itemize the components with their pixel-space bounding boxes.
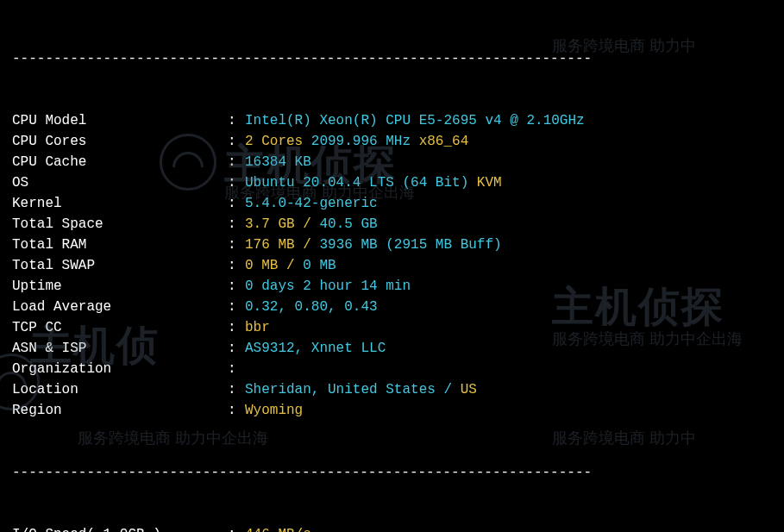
info-line: Kernel : 5.4.0-42-generic — [12, 193, 772, 214]
value-segment: 40.5 GB — [319, 216, 377, 232]
value-segment: 0 days 2 hour 14 min — [245, 279, 411, 294]
info-line: CPU Cores : 2 Cores 2099.996 MHz x86_64 — [12, 131, 772, 152]
colon-separator: : — [228, 110, 245, 131]
info-line: CPU Model : Intel(R) Xeon(R) CPU E5-2695… — [12, 110, 772, 131]
info-value: 176 MB / 3936 MB (2915 MB Buff) — [245, 235, 772, 255]
value-segment: bbr — [245, 320, 270, 335]
value-segment: AS9312, Xnnet LLC — [245, 341, 386, 356]
colon-separator: : — [228, 235, 245, 255]
info-value: 3.7 GB / 40.5 GB — [245, 214, 772, 235]
colon-separator: : — [228, 172, 245, 193]
info-line: Region : Wyoming — [12, 400, 772, 421]
value-segment: Ubuntu 20.04.4 LTS (64 Bit) — [245, 175, 477, 191]
info-label: CPU Cores — [12, 131, 228, 152]
value-segment: 2099.996 MHz — [311, 134, 419, 149]
value-segment: Wyoming — [245, 403, 303, 418]
info-label: I/O Speed( 1.0GB ) — [12, 524, 228, 532]
info-line: Location : Sheridan, United States / US — [12, 379, 772, 400]
colon-separator: : — [228, 276, 245, 297]
colon-separator: : — [228, 297, 245, 317]
info-label: CPU Model — [12, 110, 228, 131]
divider: ----------------------------------------… — [12, 462, 772, 483]
colon-separator: : — [228, 255, 245, 276]
info-label: Uptime — [12, 276, 228, 297]
info-line: OS : Ubuntu 20.04.4 LTS (64 Bit) KVM — [12, 172, 772, 193]
value-segment: 0 MB — [303, 258, 336, 273]
colon-separator: : — [228, 214, 245, 235]
value-segment: 0 MB / — [245, 258, 303, 273]
value-segment: 16384 KB — [245, 154, 311, 170]
info-value: 16384 KB — [245, 152, 772, 172]
value-segment: KVM — [477, 175, 502, 191]
info-label: Total Space — [12, 214, 228, 235]
value-segment: 3.7 GB / — [245, 216, 319, 232]
info-value: 0 MB / 0 MB — [245, 255, 772, 276]
value-segment: 5.4.0-42-generic — [245, 196, 378, 211]
info-line: CPU Cache : 16384 KB — [12, 152, 772, 172]
info-value: 0.32, 0.80, 0.43 — [245, 297, 772, 317]
info-value: Wyoming — [245, 400, 772, 421]
info-label: Organization — [12, 359, 228, 379]
colon-separator: : — [228, 193, 245, 214]
info-line: TCP CC : bbr — [12, 317, 772, 338]
value-segment: 3936 MB — [319, 237, 386, 253]
info-value — [245, 359, 772, 379]
value-segment: 0.32, 0.80, 0.43 — [245, 299, 378, 315]
info-label: OS — [12, 172, 228, 193]
info-value: Ubuntu 20.04.4 LTS (64 Bit) KVM — [245, 172, 772, 193]
info-value: 2 Cores 2099.996 MHz x86_64 — [245, 131, 772, 152]
colon-separator: : — [228, 400, 245, 421]
info-value: AS9312, Xnnet LLC — [245, 338, 772, 359]
info-value: 5.4.0-42-generic — [245, 193, 772, 214]
value-segment: (2915 MB Buff) — [386, 237, 501, 253]
info-line: Total RAM : 176 MB / 3936 MB (2915 MB Bu… — [12, 235, 772, 255]
info-line: Total Space : 3.7 GB / 40.5 GB — [12, 214, 772, 235]
info-line: Total SWAP : 0 MB / 0 MB — [12, 255, 772, 276]
colon-separator: : — [228, 317, 245, 338]
info-label: Load Average — [12, 297, 228, 317]
colon-separator: : — [228, 359, 245, 379]
value-segment: 2 Cores — [245, 134, 311, 149]
info-value: bbr — [245, 317, 772, 338]
info-label: Kernel — [12, 193, 228, 214]
value-segment: 446 MB/s — [245, 527, 311, 532]
colon-separator: : — [228, 152, 245, 172]
info-label: Location — [12, 379, 228, 400]
value-segment: 176 MB / — [245, 237, 319, 253]
value-segment: Intel(R) Xeon(R) CPU E5-2695 v4 @ 2.10GH… — [245, 113, 585, 128]
info-value: Intel(R) Xeon(R) CPU E5-2695 v4 @ 2.10GH… — [245, 110, 772, 131]
info-label: TCP CC — [12, 317, 228, 338]
info-value: 446 MB/s — [245, 524, 772, 532]
divider: ----------------------------------------… — [12, 48, 772, 69]
terminal-output: ----------------------------------------… — [0, 0, 784, 532]
info-label: ASN & ISP — [12, 338, 228, 359]
info-line: Load Average : 0.32, 0.80, 0.43 — [12, 297, 772, 317]
colon-separator: : — [228, 379, 245, 400]
info-line: Uptime : 0 days 2 hour 14 min — [12, 276, 772, 297]
info-label: CPU Cache — [12, 152, 228, 172]
info-line: I/O Speed( 1.0GB ) : 446 MB/s — [12, 524, 772, 532]
colon-separator: : — [228, 524, 245, 532]
info-value: Sheridan, United States / US — [245, 379, 772, 400]
info-label: Total RAM — [12, 235, 228, 255]
info-line: ASN & ISP : AS9312, Xnnet LLC — [12, 338, 772, 359]
colon-separator: : — [228, 338, 245, 359]
info-label: Region — [12, 400, 228, 421]
value-segment: US — [461, 382, 477, 397]
info-label: Total SWAP — [12, 255, 228, 276]
colon-separator: : — [228, 131, 245, 152]
value-segment: Sheridan, United States / — [245, 382, 461, 397]
value-segment: x86_64 — [419, 134, 469, 149]
info-line: Organization : — [12, 359, 772, 379]
info-value: 0 days 2 hour 14 min — [245, 276, 772, 297]
